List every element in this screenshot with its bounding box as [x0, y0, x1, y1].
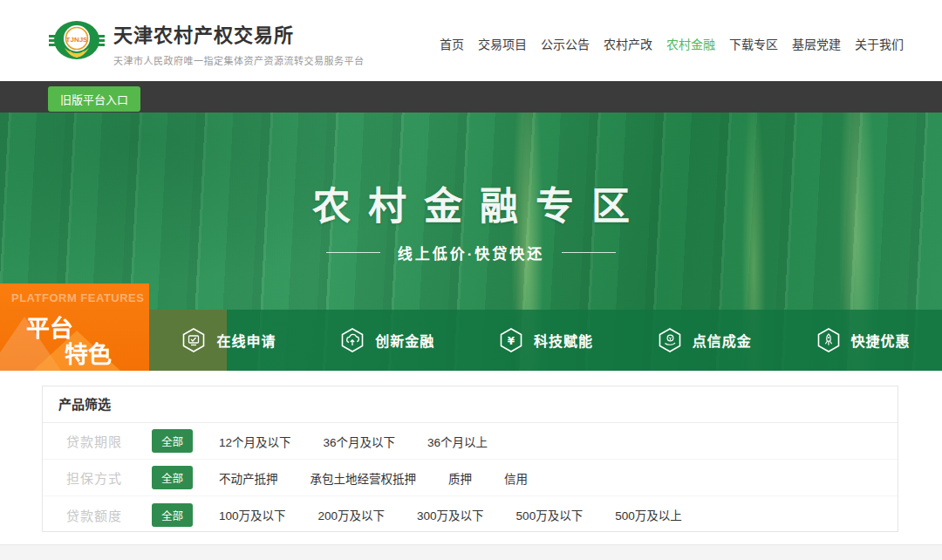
hero-subtitle: 线上低价·快贷快还	[398, 242, 545, 263]
filter-option[interactable]: 36个月以上	[427, 433, 488, 450]
hero-title: 农村金融专区	[0, 175, 942, 231]
site-subtitle: 天津市人民政府唯一指定集体资产资源流转交易服务平台	[113, 53, 365, 67]
nav-item-rural-finance[interactable]: 农村金融	[666, 35, 715, 52]
filter-option[interactable]: 不动产抵押	[219, 469, 278, 487]
filter-option[interactable]: 200万及以下	[318, 506, 386, 523]
main-nav: 首页 交易项目 公示公告 农村产改 农村金融 下载专区 基层党建 关于我们	[440, 35, 904, 52]
feature-item-quick-discount[interactable]: 快捷优惠	[783, 310, 942, 371]
tech-empower-icon: ¥	[498, 327, 524, 353]
svg-text:¥: ¥	[508, 335, 515, 347]
filter-title: 产品筛选	[43, 386, 898, 423]
feature-label: 点信成金	[693, 330, 752, 351]
page: TJNJS 天津农村产权交易所 天津市人民政府唯一指定集体资产资源流转交易服务平…	[0, 0, 942, 560]
platform-features-cn-line2: 特色	[65, 336, 112, 370]
logo-text: TJNJS	[66, 36, 89, 44]
filter-all-badge[interactable]: 全部	[152, 429, 193, 453]
filter-option[interactable]: 500万及以下	[516, 506, 584, 523]
nav-item-about[interactable]: 关于我们	[855, 35, 904, 52]
hero-subtitle-row: 线上低价·快贷快还	[0, 242, 942, 263]
nav-item-downloads[interactable]: 下载专区	[729, 35, 778, 52]
platform-features-en-label: PLATFORM FEATURES	[11, 291, 144, 304]
quick-discount-icon	[816, 327, 842, 353]
brand-block: 天津农村产权交易所 天津市人民政府唯一指定集体资产资源流转交易服务平台	[113, 19, 365, 67]
nav-item-rural-reform[interactable]: 农村产改	[604, 35, 652, 52]
filter-option[interactable]: 100万及以下	[219, 506, 286, 523]
filter-all-badge[interactable]: 全部	[152, 466, 193, 489]
feature-item-tech-empower[interactable]: ¥ 科技赋能	[467, 310, 625, 371]
nav-item-projects[interactable]: 交易项目	[478, 35, 527, 52]
site-header: TJNJS 天津农村产权交易所 天津市人民政府唯一指定集体资产资源流转交易服务平…	[0, 0, 942, 81]
filter-row-label: 贷款期限	[66, 432, 133, 450]
feature-item-innovation-finance[interactable]: 创新金融	[308, 310, 467, 371]
filter-row-guarantee: 担保方式 全部 不动产抵押 承包土地经营权抵押 质押 信用	[43, 460, 898, 496]
features-bar: 在线申请 创新金融 ¥ 科技赋能 点信成金	[149, 310, 942, 371]
filter-option[interactable]: 承包土地经营权抵押	[311, 469, 417, 487]
filter-row-label: 贷款额度	[66, 506, 133, 524]
filter-option[interactable]: 500万及以上	[615, 506, 682, 523]
filter-all-badge[interactable]: 全部	[152, 503, 193, 527]
site-title: 天津农村产权交易所	[113, 19, 365, 47]
feature-label: 科技赋能	[534, 330, 593, 351]
nav-item-announcements[interactable]: 公示公告	[541, 35, 590, 52]
innovation-finance-icon	[339, 327, 365, 353]
left-rule	[326, 252, 380, 253]
right-rule	[562, 252, 616, 253]
platform-features-block: PLATFORM FEATURES 平台 特色	[0, 283, 149, 371]
filter-option[interactable]: 质押	[448, 469, 472, 487]
footer-strip	[0, 544, 942, 560]
filter-row-loan-term: 贷款期限 全部 12个月及以下 36个月及以下 36个月以上	[43, 423, 898, 460]
online-apply-icon	[181, 327, 207, 353]
old-platform-entry-button[interactable]: 旧版平台入口	[48, 86, 140, 112]
filter-row-loan-amount: 贷款额度 全部 100万及以下 200万及以下 300万及以下 500万及以下 …	[43, 496, 898, 533]
logo-emblem-icon: TJNJS	[49, 11, 105, 69]
filter-row-label: 担保方式	[66, 468, 133, 487]
product-filter-panel: 产品筛选 贷款期限 全部 12个月及以下 36个月及以下 36个月以上 担保方式…	[42, 386, 898, 532]
nav-item-home[interactable]: 首页	[440, 35, 464, 52]
filter-option[interactable]: 300万及以下	[417, 506, 484, 523]
feature-label: 快捷优惠	[851, 330, 911, 351]
feature-item-credit-gold[interactable]: 点信成金	[625, 310, 783, 371]
top-strip: 旧版平台入口	[0, 81, 942, 113]
credit-gold-icon	[657, 327, 683, 353]
feature-label: 创新金融	[375, 330, 434, 351]
site-logo[interactable]: TJNJS	[49, 11, 105, 69]
nav-item-party-building[interactable]: 基层党建	[792, 35, 841, 52]
filter-option[interactable]: 12个月及以下	[219, 433, 291, 450]
feature-item-online-apply[interactable]: 在线申请	[149, 310, 308, 371]
feature-label: 在线申请	[216, 330, 276, 351]
filter-option[interactable]: 信用	[504, 469, 528, 487]
filter-option[interactable]: 36个月及以下	[324, 433, 396, 450]
